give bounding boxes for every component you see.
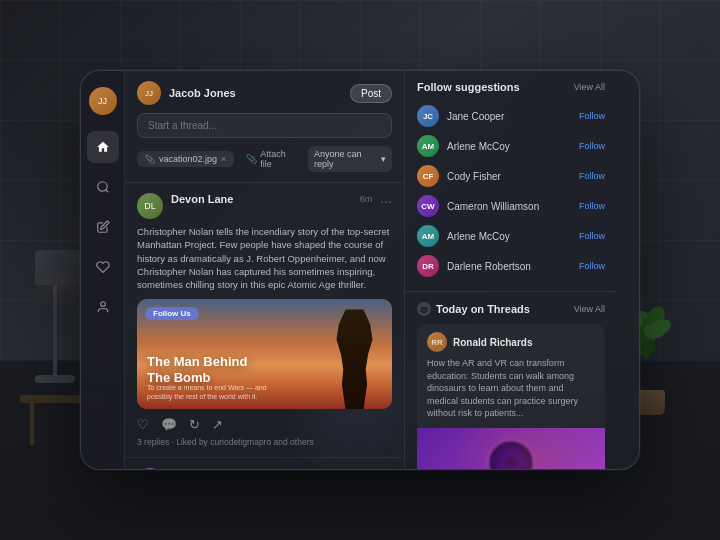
follow-us-button[interactable]: Follow Us: [145, 307, 199, 320]
featured-text: How the AR and VR can transform educatio…: [427, 357, 595, 420]
feed-scroll[interactable]: DL Devon Lane 6m ··· Christopher Nolan t…: [125, 183, 404, 469]
composer-avatar: JJ: [137, 81, 161, 105]
post-likes: 3 replies · Liked by curiodetigmapro and…: [137, 437, 392, 447]
threads-view-all-button[interactable]: View All: [574, 304, 605, 314]
featured-post[interactable]: RR Ronald Richards How the AR and VR can…: [417, 324, 605, 469]
suggestion-item: DR Darlene Robertson Follow: [417, 251, 605, 281]
today-on-threads-section: @ Today on Threads View All RR Ronald Ri…: [405, 292, 617, 469]
featured-image: [417, 428, 605, 469]
post-text: Christopher Nolan tells the incendiary s…: [137, 225, 392, 291]
sidebar-item-likes[interactable]: [87, 251, 119, 283]
post2-avatar: JB: [137, 468, 163, 469]
repost-button[interactable]: ↻: [189, 417, 200, 432]
suggestion-avatar: CF: [417, 165, 439, 187]
post-composer: JJ Jacob Jones Post 📎 vacation02.jpg × 📎…: [125, 71, 404, 183]
sidebar: JJ: [81, 71, 125, 469]
follow-button[interactable]: Follow: [579, 231, 605, 241]
sidebar-item-search[interactable]: [87, 171, 119, 203]
featured-content: RR Ronald Richards How the AR and VR can…: [417, 324, 605, 428]
sidebar-avatar[interactable]: JJ: [89, 87, 117, 115]
post-actions: ♡ 💬 ↻ ↗: [137, 417, 392, 432]
post-button[interactable]: Post: [350, 84, 392, 103]
post-item: JB Jerome Bell 3m ··· Hello new (old) fr…: [125, 458, 404, 469]
attachment-filename: vacation02.jpg: [159, 154, 217, 164]
camera-lens: [489, 440, 534, 469]
post-username: Devon Lane: [171, 193, 233, 205]
post-more-button[interactable]: ···: [380, 193, 392, 209]
attachment-file[interactable]: 📎 vacation02.jpg ×: [137, 151, 234, 167]
comment-button[interactable]: 💬: [161, 417, 177, 432]
movie-title: The Man BehindThe Bomb: [147, 354, 247, 385]
attach-icon: 📎: [246, 154, 257, 164]
suggestion-item: AM Arlene McCoy Follow: [417, 131, 605, 161]
suggestion-avatar: DR: [417, 255, 439, 277]
post-item: DL Devon Lane 6m ··· Christopher Nolan t…: [125, 183, 404, 458]
follow-suggestions-section: Follow suggestions View All JC Jane Coop…: [405, 71, 617, 292]
sidebar-item-profile[interactable]: [87, 291, 119, 323]
today-threads-title: Today on Threads: [436, 303, 530, 315]
like-button[interactable]: ♡: [137, 417, 149, 432]
sidebar-item-home[interactable]: [87, 131, 119, 163]
movie-subtitle: To create a means to end Wars — and poss…: [147, 383, 267, 401]
suggestion-avatar: JC: [417, 105, 439, 127]
suggestion-name: Cody Fisher: [447, 171, 571, 182]
suggestion-item: CW Cameron Williamson Follow: [417, 191, 605, 221]
follow-button[interactable]: Follow: [579, 201, 605, 211]
svg-point-1: [100, 302, 105, 307]
suggestion-name: Jane Cooper: [447, 111, 571, 122]
remove-attachment-icon[interactable]: ×: [221, 154, 226, 164]
composer-username: Jacob Jones: [169, 87, 342, 99]
follow-button[interactable]: Follow: [579, 111, 605, 121]
suggestion-name: Cameron Williamson: [447, 201, 571, 212]
post-avatar: DL: [137, 193, 163, 219]
suggestion-item: AM Arlene McCoy Follow: [417, 221, 605, 251]
suggestion-item: CF Cody Fisher Follow: [417, 161, 605, 191]
chevron-down-icon: ▾: [381, 154, 386, 164]
sidebar-item-compose[interactable]: [87, 211, 119, 243]
threads-icon: @: [417, 302, 431, 316]
suggestion-item: JC Jane Cooper Follow: [417, 101, 605, 131]
post-time: 6m: [360, 194, 373, 204]
suggestion-name: Arlene McCoy: [447, 231, 571, 242]
app-window: JJ JJ Jacob Jones Post: [80, 70, 640, 470]
movie-card: Follow Us The Man BehindThe Bomb To crea…: [137, 299, 392, 409]
suggestion-avatar: CW: [417, 195, 439, 217]
composer-actions: 📎 vacation02.jpg × 📎 Attach file Anyone …: [137, 146, 392, 172]
follow-suggestions-title: Follow suggestions: [417, 81, 520, 93]
follow-view-all-button[interactable]: View All: [574, 82, 605, 92]
reply-options[interactable]: Anyone can reply ▾: [308, 146, 392, 172]
follow-button[interactable]: Follow: [579, 261, 605, 271]
suggestion-avatar: AM: [417, 225, 439, 247]
feed-area: JJ Jacob Jones Post 📎 vacation02.jpg × 📎…: [125, 71, 405, 469]
suggestion-name: Arlene McCoy: [447, 141, 571, 152]
post2-more-button[interactable]: ···: [380, 468, 392, 469]
attach-file-button[interactable]: 📎 Attach file: [240, 146, 302, 172]
thread-input[interactable]: [137, 113, 392, 138]
post2-username: Jerome Bell: [171, 468, 233, 469]
right-panel: Follow suggestions View All JC Jane Coop…: [405, 71, 617, 469]
follow-button[interactable]: Follow: [579, 171, 605, 181]
follow-button[interactable]: Follow: [579, 141, 605, 151]
suggestion-avatar: AM: [417, 135, 439, 157]
featured-avatar: RR: [427, 332, 447, 352]
suggestion-name: Darlene Robertson: [447, 261, 571, 272]
share-button[interactable]: ↗: [212, 417, 223, 432]
featured-author-name: Ronald Richards: [453, 337, 532, 348]
svg-point-0: [97, 182, 106, 191]
